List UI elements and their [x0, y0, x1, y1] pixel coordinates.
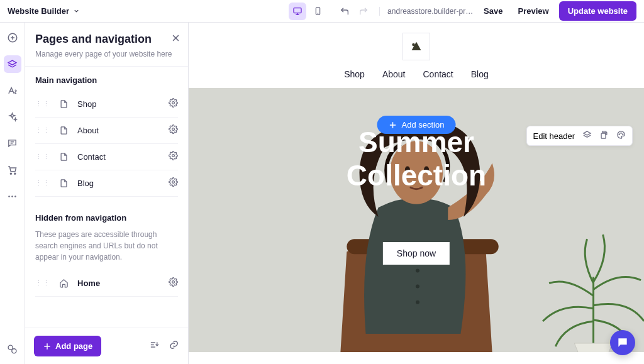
copy-icon — [599, 130, 609, 140]
left-rail — [0, 23, 25, 364]
svg-point-12 — [10, 173, 11, 174]
page-settings-button[interactable] — [169, 177, 178, 189]
svg-point-33 — [412, 43, 415, 47]
redo-icon — [358, 6, 369, 16]
rail-more-button[interactable] — [4, 187, 21, 205]
add-section-label: Add section — [402, 120, 445, 130]
svg-point-13 — [14, 173, 16, 174]
page-label: Blog — [77, 179, 160, 188]
chevron-down-icon — [73, 8, 80, 14]
page-row[interactable]: ⋮⋮ Shop — [35, 91, 178, 118]
page-icon — [59, 152, 69, 162]
page-settings-button[interactable] — [169, 98, 178, 110]
nav-link[interactable]: Shop — [344, 69, 365, 79]
site-header-section[interactable]: ShopAboutContactBlog — [189, 23, 644, 88]
undo-button[interactable] — [336, 3, 353, 19]
app-title-dropdown[interactable]: Website Builder — [8, 6, 80, 16]
page-icon — [59, 179, 69, 188]
drag-handle-icon[interactable]: ⋮⋮ — [35, 100, 50, 108]
svg-point-44 — [416, 285, 419, 289]
add-section-button[interactable]: Add section — [377, 116, 456, 134]
help-chat-button[interactable] — [610, 330, 635, 355]
panel-close-button[interactable] — [171, 33, 180, 46]
svg-rect-0 — [294, 8, 301, 13]
logo-placeholder-icon — [407, 37, 426, 56]
sort-icon — [149, 339, 160, 350]
redo-button — [355, 3, 372, 19]
hero-cta-button[interactable]: Shop now — [383, 242, 450, 265]
canvas: ShopAboutContactBlog Add section Edit he… — [189, 23, 644, 364]
edit-header-label[interactable]: Edit header — [533, 131, 575, 141]
svg-point-17 — [8, 345, 13, 350]
rail-typography-button[interactable] — [4, 82, 21, 99]
svg-point-15 — [11, 196, 13, 197]
svg-point-40 — [623, 134, 623, 135]
save-button[interactable]: Save — [479, 3, 508, 19]
rail-languages-button[interactable] — [4, 340, 21, 358]
device-mobile-button[interactable] — [309, 3, 326, 20]
svg-point-22 — [172, 128, 175, 131]
link-icon — [169, 339, 179, 350]
undo-icon — [340, 6, 350, 16]
panel-footer: Add page — [25, 328, 188, 364]
svg-point-25 — [172, 281, 175, 284]
text-icon — [7, 85, 18, 96]
page-settings-button[interactable] — [169, 277, 178, 289]
rail-ai-button[interactable] — [4, 108, 21, 126]
drag-handle-icon[interactable]: ⋮⋮ — [35, 153, 50, 161]
pages-panel: Pages and navigation Manage every page o… — [25, 23, 189, 364]
note-icon — [7, 138, 18, 149]
plus-circle-icon — [7, 32, 18, 43]
hidden-nav-description: These pages are accessible through searc… — [35, 229, 178, 263]
svg-rect-37 — [601, 133, 606, 138]
page-label: Shop — [77, 99, 160, 109]
update-website-button[interactable]: Update website — [559, 1, 636, 21]
link-globe-icon — [7, 344, 18, 355]
nav-link[interactable]: About — [382, 69, 406, 79]
svg-point-38 — [619, 134, 619, 135]
preview-button[interactable]: Preview — [513, 3, 553, 19]
link-pages-button[interactable] — [169, 339, 179, 353]
drag-handle-icon[interactable]: ⋮⋮ — [35, 279, 50, 287]
device-desktop-button[interactable] — [289, 3, 306, 20]
add-page-label: Add page — [55, 341, 92, 351]
plus-icon — [43, 342, 52, 351]
edit-header-copy-button[interactable] — [599, 130, 609, 141]
site-logo[interactable] — [402, 33, 430, 60]
page-row[interactable]: ⋮⋮ Contact — [35, 144, 178, 170]
drag-handle-icon[interactable]: ⋮⋮ — [35, 126, 50, 135]
preview-url[interactable]: andreasstore.builder-preview... — [379, 7, 474, 16]
edit-header-layers-button[interactable] — [582, 130, 592, 141]
page-row[interactable]: ⋮⋮ Blog — [35, 170, 178, 197]
close-icon — [171, 33, 180, 43]
rail-blog-button[interactable] — [4, 135, 21, 152]
panel-subtitle: Manage every page of your website here — [35, 50, 178, 58]
add-page-button[interactable]: Add page — [34, 336, 101, 356]
layers-icon — [582, 130, 592, 140]
svg-point-14 — [8, 196, 10, 197]
palette-icon — [616, 130, 626, 140]
edit-header-style-button[interactable] — [616, 130, 626, 141]
sort-pages-button[interactable] — [149, 339, 160, 353]
nav-link[interactable]: Contact — [423, 69, 453, 79]
sparkles-icon — [7, 112, 18, 123]
page-icon — [59, 126, 69, 135]
page-label: Contact — [77, 152, 160, 162]
page-settings-button[interactable] — [169, 151, 178, 163]
app-title: Website Builder — [8, 6, 69, 16]
page-row[interactable]: ⋮⋮ Home — [35, 270, 178, 297]
svg-marker-8 — [8, 60, 16, 65]
hero-heading[interactable]: SummerCollection — [347, 126, 486, 192]
page-settings-button[interactable] — [169, 124, 178, 136]
rail-add-button[interactable] — [4, 29, 21, 47]
svg-point-24 — [172, 181, 175, 184]
main-nav-label: Main navigation — [35, 75, 178, 85]
drag-handle-icon[interactable]: ⋮⋮ — [35, 179, 50, 187]
rail-store-button[interactable] — [4, 161, 21, 179]
page-row[interactable]: ⋮⋮ About — [35, 118, 178, 144]
nav-link[interactable]: Blog — [471, 69, 489, 79]
device-toggle — [289, 3, 326, 20]
chat-icon — [616, 336, 629, 349]
rail-pages-button[interactable] — [4, 55, 21, 73]
hero-line2: Collection — [347, 159, 486, 192]
